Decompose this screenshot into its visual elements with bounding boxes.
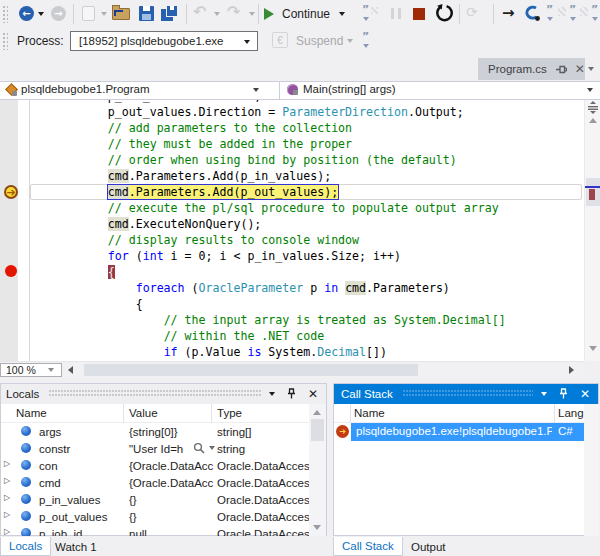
code-line: cmd.Parameters.Add(p_in_values); bbox=[31, 168, 331, 184]
visualizer-dropdown-icon[interactable] bbox=[209, 446, 215, 450]
immediate-window-icon[interactable]: ” bbox=[591, 6, 600, 22]
callstack-col-lang[interactable]: Lang bbox=[558, 407, 584, 419]
breakpoint-gutter[interactable] bbox=[0, 100, 18, 361]
toolbar-grip-2[interactable] bbox=[3, 33, 8, 50]
locals-row-args[interactable]: args{string[0]}string[] bbox=[1, 423, 309, 440]
tab-output[interactable]: Output bbox=[403, 537, 454, 556]
tab-call-stack[interactable]: Call Stack bbox=[333, 537, 403, 556]
navigate-back-button[interactable]: ← bbox=[19, 6, 34, 21]
apply-code-changes-icon[interactable]: ⟳ bbox=[466, 4, 478, 20]
step-out-icon[interactable] bbox=[558, 7, 566, 16]
scroll-down-icon[interactable] bbox=[589, 346, 597, 351]
locals-close-icon[interactable]: ✕ bbox=[308, 387, 318, 401]
callstack-pin-icon[interactable] bbox=[559, 388, 568, 400]
thread-suspend-icon[interactable]: € bbox=[272, 32, 288, 48]
locals-type: Oracle.DataAcces bbox=[217, 477, 309, 489]
callstack-col-name[interactable]: Name bbox=[354, 407, 385, 419]
locals-row-p_job_id[interactable]: ▷p_job_idnullOracle.DataAcces bbox=[1, 525, 309, 536]
member-combobox[interactable]: Main(string[] args) bbox=[280, 82, 600, 99]
splitter-grip-icon[interactable] bbox=[587, 101, 599, 114]
step-into-icon[interactable] bbox=[523, 5, 541, 22]
breakpoints-window-icon[interactable]: ” bbox=[362, 6, 378, 22]
locals-row-p_out_values[interactable]: ▷p_out_values{}Oracle.DataAcces bbox=[1, 508, 309, 525]
expander-icon[interactable]: ▷ bbox=[4, 527, 10, 536]
locals-scroll-up-icon[interactable] bbox=[313, 410, 321, 415]
pin-icon[interactable] bbox=[556, 64, 567, 75]
locals-row-con[interactable]: ▷con{Oracle.DataAccOracle.DataAcces bbox=[1, 457, 309, 474]
redo-icon[interactable]: ↷ bbox=[227, 2, 240, 21]
locals-row-constr[interactable]: constr"User Id=hstring bbox=[1, 440, 309, 457]
code-line: // order when using bind by position (th… bbox=[31, 152, 457, 168]
expander-icon[interactable]: ▷ bbox=[4, 459, 10, 468]
paste-dropdown-icon[interactable] bbox=[101, 12, 107, 16]
close-icon[interactable]: ✕ bbox=[575, 62, 585, 76]
locals-col-value[interactable]: Value bbox=[129, 407, 158, 419]
process-combobox[interactable]: [18952] plsqldebugobe1.exe bbox=[70, 31, 258, 51]
locals-row-p_in_values[interactable]: ▷p_in_values{}Oracle.DataAcces bbox=[1, 491, 309, 508]
frame-name: plsqldebugobe1.exe!plsqldebugobe1.P bbox=[356, 425, 552, 437]
zoom-dropdown-icon[interactable] bbox=[48, 368, 54, 372]
stop-icon[interactable] bbox=[413, 8, 425, 20]
editor-navigation-bar: plsqldebugobe1.Program Main(string[] arg… bbox=[0, 81, 600, 100]
callstack-scrollbar[interactable] bbox=[584, 404, 599, 536]
scroll-up-icon[interactable] bbox=[589, 118, 597, 123]
magnifier-icon[interactable] bbox=[193, 442, 205, 454]
expander-icon[interactable]: ▷ bbox=[4, 476, 10, 485]
continue-play-icon bbox=[264, 8, 274, 20]
threads-window-icon[interactable]: ” bbox=[362, 33, 378, 49]
tab-locals[interactable]: Locals bbox=[0, 537, 51, 556]
variable-icon bbox=[21, 426, 31, 436]
code-line: { bbox=[31, 296, 143, 312]
variable-icon bbox=[21, 511, 31, 521]
type-combobox[interactable]: plsqldebugobe1.Program bbox=[0, 82, 278, 99]
callstack-title-bar[interactable]: Call Stack ✕ bbox=[334, 384, 598, 404]
locals-col-name[interactable]: Name bbox=[16, 407, 47, 419]
locals-scroll-thumb[interactable] bbox=[311, 419, 324, 441]
redo-dropdown-icon[interactable] bbox=[249, 12, 255, 16]
callstack-row[interactable]: ➔plsqldebugobe1.exe!plsqldebugobe1.PC# bbox=[334, 423, 584, 441]
save-all-icon[interactable] bbox=[161, 5, 178, 22]
undo-dropdown-icon[interactable] bbox=[214, 12, 220, 16]
locals-scroll-down-icon[interactable] bbox=[313, 525, 321, 530]
locals-pin-icon[interactable] bbox=[287, 388, 296, 400]
paste-icon[interactable] bbox=[82, 6, 95, 21]
tab-watch-1[interactable]: Watch 1 bbox=[47, 537, 105, 556]
toolbar-grip[interactable] bbox=[3, 6, 8, 23]
scroll-right-icon[interactable] bbox=[569, 366, 574, 374]
callstack-close-icon[interactable]: ✕ bbox=[580, 387, 590, 401]
process-dropdown-icon[interactable] bbox=[244, 40, 250, 44]
type-dropdown-icon[interactable] bbox=[253, 88, 259, 92]
callstack-menu-icon[interactable] bbox=[541, 392, 547, 396]
code-editor[interactable]: p_out_values.Size = 4; p_out_values.Dire… bbox=[0, 100, 584, 361]
code-line: cmd.ExecuteNonQuery(); bbox=[31, 216, 261, 232]
back-dropdown-icon[interactable] bbox=[38, 12, 44, 16]
locals-scrollbar[interactable] bbox=[309, 404, 326, 536]
watch-window-icon[interactable] bbox=[580, 7, 588, 16]
suspend-dropdown-icon[interactable] bbox=[347, 39, 353, 43]
scroll-left-icon[interactable] bbox=[68, 366, 73, 374]
locals-row-cmd[interactable]: ▷cmd{Oracle.DataAccOracle.DataAcces bbox=[1, 474, 309, 491]
show-next-statement-icon[interactable]: → bbox=[502, 4, 515, 22]
locals-col-type[interactable]: Type bbox=[217, 407, 242, 419]
pause-icon[interactable] bbox=[391, 8, 401, 19]
navigate-forward-button[interactable]: → bbox=[51, 6, 66, 21]
hscroll-thumb[interactable] bbox=[84, 364, 418, 376]
locals-menu-icon[interactable] bbox=[269, 392, 275, 396]
tab-program-cs[interactable]: Program.cs ✕ bbox=[478, 58, 585, 80]
locals-title-bar[interactable]: Locals ✕ bbox=[1, 384, 326, 404]
open-folder-icon[interactable] bbox=[112, 8, 130, 20]
undo-icon[interactable]: ↶ bbox=[193, 2, 206, 21]
expander-icon[interactable]: ▷ bbox=[4, 510, 10, 519]
breakpoint-icon[interactable] bbox=[5, 265, 17, 277]
frame-lang: C# bbox=[558, 425, 573, 437]
editor-vertical-scrollbar[interactable] bbox=[584, 100, 600, 361]
member-dropdown-icon[interactable] bbox=[587, 88, 593, 92]
continue-dropdown-icon[interactable] bbox=[339, 12, 345, 16]
window-list-dropdown-icon[interactable] bbox=[588, 67, 594, 71]
save-icon[interactable] bbox=[139, 6, 154, 21]
zoom-combobox[interactable]: 100 % bbox=[0, 363, 62, 377]
continue-button[interactable]: Continue bbox=[264, 4, 356, 24]
expander-icon[interactable]: ▷ bbox=[4, 493, 10, 502]
restart-icon[interactable] bbox=[435, 4, 453, 22]
callstack-title: Call Stack bbox=[341, 388, 393, 400]
